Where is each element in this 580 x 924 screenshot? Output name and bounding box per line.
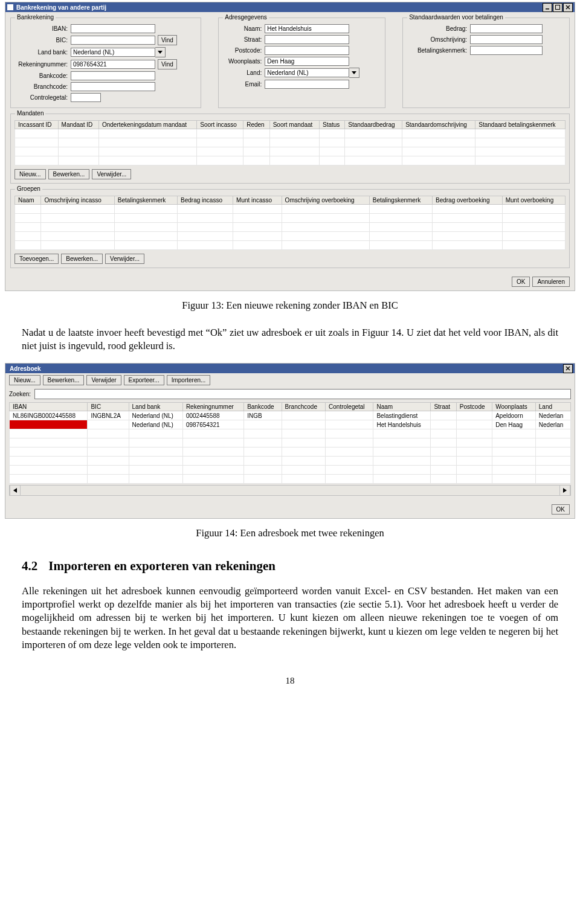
column-header[interactable]: Naam xyxy=(373,403,431,411)
group-groepen: Groepen NaamOmschrijving incassoBetaling… xyxy=(10,189,570,268)
svg-rect-1 xyxy=(556,5,560,10)
column-header[interactable]: Standaardbedrag xyxy=(345,121,402,129)
input-straat[interactable] xyxy=(265,35,349,44)
column-header[interactable]: Betalingskenmerk xyxy=(114,196,177,205)
column-header[interactable]: Betalingskenmerk xyxy=(369,196,432,205)
column-header[interactable]: Controlegetal xyxy=(326,403,373,411)
close-icon[interactable] xyxy=(563,3,573,12)
table-row xyxy=(15,156,566,165)
input-reknr[interactable] xyxy=(71,60,155,69)
bewerken-button[interactable]: Bewerken... xyxy=(48,169,90,179)
search-input[interactable] xyxy=(34,389,571,399)
column-header[interactable]: Standaardomschrijving xyxy=(402,121,475,129)
table-row xyxy=(15,232,566,241)
verwijder-button[interactable]: Verwijder xyxy=(86,375,121,385)
column-header[interactable]: Mandaat ID xyxy=(58,121,98,129)
vind-bic-button[interactable]: Vind xyxy=(158,35,177,45)
input-bic[interactable] xyxy=(71,36,155,45)
screenshot-adresboek: Adresboek Nieuw... Bewerken... Verwijder… xyxy=(5,363,575,519)
column-header[interactable]: Soort incasso xyxy=(197,121,243,129)
column-header[interactable]: Status xyxy=(320,121,345,129)
column-header[interactable]: BIC xyxy=(88,403,129,411)
select-land-bank[interactable] xyxy=(71,48,155,57)
column-header[interactable]: Reden xyxy=(243,121,269,129)
column-header[interactable]: Rekeningnummer xyxy=(182,403,243,411)
input-naam[interactable] xyxy=(265,24,349,33)
label-controlegetal: Controlegetal: xyxy=(14,94,71,101)
input-woonplaats[interactable] xyxy=(265,57,349,66)
verwijder-button[interactable]: Verwijder... xyxy=(92,169,131,179)
table-row xyxy=(10,448,571,457)
column-header[interactable]: Naam xyxy=(15,196,41,205)
label-bankcode: Bankcode: xyxy=(14,72,71,79)
importeren-button[interactable]: Importeren... xyxy=(167,375,211,385)
input-controlegetal[interactable] xyxy=(71,93,101,102)
column-header[interactable]: Ondertekeningsdatum mandaat xyxy=(98,121,196,129)
input-email[interactable] xyxy=(265,80,349,89)
input-postcode[interactable] xyxy=(265,46,349,55)
input-bedrag[interactable] xyxy=(470,24,543,33)
column-header[interactable]: IBAN xyxy=(10,403,88,411)
nieuw-button[interactable]: Nieuw... xyxy=(14,169,46,179)
horizontal-scrollbar[interactable] xyxy=(9,485,571,496)
label-postcode: Postcode: xyxy=(222,47,265,54)
column-header[interactable]: Incassant ID xyxy=(15,121,59,129)
chevron-down-icon[interactable] xyxy=(349,68,359,78)
table-groepen: NaamOmschrijving incassoBetalingskenmerk… xyxy=(14,196,566,250)
column-header[interactable]: Branchcode xyxy=(282,403,325,411)
table-row xyxy=(15,241,566,250)
input-omschrijving[interactable] xyxy=(470,35,543,44)
screenshot-bankrekening: Bankrekening van andere partij Bankreken… xyxy=(5,2,575,291)
column-header[interactable]: Woonplaats xyxy=(492,403,536,411)
column-header[interactable]: Bedrag incasso xyxy=(178,196,233,205)
table-row xyxy=(10,457,571,466)
label-land-bank: Land bank: xyxy=(14,49,71,56)
nieuw-button[interactable]: Nieuw... xyxy=(9,375,40,385)
column-header[interactable]: Omschrijving overboeking xyxy=(282,196,369,205)
label-bedrag: Bedrag: xyxy=(407,25,470,32)
exporteer-button[interactable]: Exporteer... xyxy=(124,375,164,385)
group-legend: Mandaten xyxy=(15,110,45,117)
table-row[interactable]: Nederland (NL)0987654321Het HandelshuisD… xyxy=(10,420,571,429)
ok-button[interactable]: OK xyxy=(512,277,530,287)
table-row xyxy=(15,147,566,156)
window-title: Bankrekening van andere partij xyxy=(14,4,542,11)
bewerken-button[interactable]: Bewerken... xyxy=(43,375,85,385)
column-header[interactable]: Munt incasso xyxy=(233,196,282,205)
vind-reknr-button[interactable]: Vind xyxy=(158,59,177,69)
column-header[interactable]: Straat xyxy=(431,403,456,411)
column-header[interactable]: Bedrag overboeking xyxy=(432,196,502,205)
column-header[interactable]: Soort mandaat xyxy=(269,121,319,129)
close-icon[interactable] xyxy=(563,364,573,373)
table-row[interactable]: NL86INGB0002445588INGBNL2ANederland (NL)… xyxy=(10,411,571,420)
column-header[interactable]: Standaard betalingskenmerk xyxy=(475,121,566,129)
label-woonplaats: Woonplaats: xyxy=(222,58,265,65)
ok-button[interactable]: OK xyxy=(552,504,570,515)
label-iban: IBAN: xyxy=(14,25,71,32)
group-standaardwaarden: Standaardwaarden voor betalingen Bedrag:… xyxy=(402,18,570,108)
window-title: Adresboek xyxy=(7,365,562,372)
column-header[interactable]: Omschrijving incasso xyxy=(41,196,114,205)
chevron-down-icon[interactable] xyxy=(155,47,166,57)
page-number: 18 xyxy=(0,676,580,693)
input-iban[interactable] xyxy=(71,24,155,33)
bewerken-button[interactable]: Bewerken... xyxy=(61,254,103,264)
column-header[interactable]: Land bank xyxy=(129,403,182,411)
maximize-icon[interactable] xyxy=(553,3,562,12)
column-header[interactable]: Bankcode xyxy=(244,403,282,411)
annuleren-button[interactable]: Annuleren xyxy=(532,277,570,287)
toevoegen-button[interactable]: Toevoegen... xyxy=(14,254,59,264)
scroll-right-icon[interactable] xyxy=(559,486,570,495)
column-header[interactable]: Munt overboeking xyxy=(502,196,565,205)
minimize-icon[interactable] xyxy=(543,3,552,12)
input-bankcode[interactable] xyxy=(71,71,155,80)
scroll-left-icon[interactable] xyxy=(10,486,21,495)
input-kenmerk[interactable] xyxy=(470,46,543,55)
column-header[interactable]: Land xyxy=(535,403,570,411)
verwijder-button[interactable]: Verwijder... xyxy=(105,254,144,264)
table-adresboek[interactable]: IBANBICLand bankRekeningnummerBankcodeBr… xyxy=(9,402,571,484)
column-header[interactable]: Postcode xyxy=(456,403,492,411)
select-land[interactable] xyxy=(265,68,349,77)
input-branchcode[interactable] xyxy=(71,82,155,91)
label-bic: BIC: xyxy=(14,37,71,43)
